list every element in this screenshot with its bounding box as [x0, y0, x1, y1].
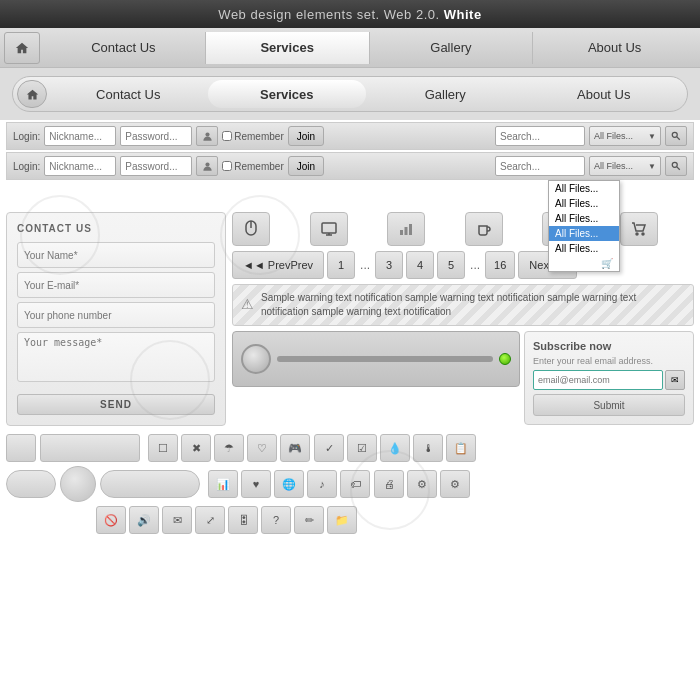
icon-chart[interactable]: [387, 212, 425, 246]
nav2-home-button[interactable]: [17, 80, 47, 108]
si-mail[interactable]: ✉: [162, 506, 192, 534]
nav1-services-item[interactable]: Services: [206, 32, 370, 64]
mail-icon-button[interactable]: ✉: [665, 370, 685, 390]
small-square-btn-1[interactable]: [6, 434, 36, 462]
page-4[interactable]: 4: [406, 251, 434, 279]
files-dropdown[interactable]: All Files... All Files... All Files... A…: [548, 180, 620, 272]
si-folder[interactable]: 📁: [327, 506, 357, 534]
si-bar-chart[interactable]: 📊: [208, 470, 238, 498]
phone-input[interactable]: [17, 302, 215, 328]
password-input-1[interactable]: [120, 126, 192, 146]
nav2-contact-item[interactable]: Contact Us: [49, 80, 208, 108]
nav1-about-item[interactable]: About Us: [533, 32, 696, 64]
pill-btn-1[interactable]: [6, 470, 56, 498]
si-sliders[interactable]: 🎛: [228, 506, 258, 534]
si-close[interactable]: ✖: [181, 434, 211, 462]
dropdown-arrow-1: ▼: [648, 132, 656, 141]
small-icon-grid-2: ✓ ☑ 💧 🌡 📋: [314, 434, 476, 462]
nav2-gallery-item[interactable]: Gallery: [366, 80, 525, 108]
remember-checkbox-2[interactable]: [222, 161, 232, 171]
si-drop[interactable]: 💧: [380, 434, 410, 462]
si-ban[interactable]: 🚫: [96, 506, 126, 534]
si-clipboard[interactable]: 📋: [446, 434, 476, 462]
play-button[interactable]: [241, 344, 271, 374]
remember-checkbox-1[interactable]: [222, 131, 232, 141]
message-input[interactable]: [17, 332, 215, 382]
dropdown-item-4[interactable]: All Files...: [549, 226, 619, 241]
svg-point-3: [205, 162, 209, 166]
svg-rect-13: [409, 224, 412, 235]
si-question[interactable]: ?: [261, 506, 291, 534]
send-button[interactable]: SEND: [17, 394, 215, 415]
pagination: ◄ ◄ PrevPrev 1 ... 3 4 5 ... 16 Next ►: [232, 251, 694, 279]
join-button-1[interactable]: Join: [288, 126, 324, 146]
icon-cart[interactable]: [620, 212, 658, 246]
si-pencil[interactable]: ✏: [294, 506, 324, 534]
icon-monitor[interactable]: [310, 212, 348, 246]
nav2-about-item[interactable]: About Us: [525, 80, 684, 108]
dropdown-item-1[interactable]: All Files...: [549, 181, 619, 196]
join-button-2[interactable]: Join: [288, 156, 324, 176]
wide-rect-btn[interactable]: [40, 434, 140, 462]
search-button-1[interactable]: [665, 126, 687, 146]
pill-btn-2[interactable]: [100, 470, 200, 498]
user-icon-1: [196, 126, 218, 146]
svg-rect-11: [400, 230, 403, 235]
si-heart-outline[interactable]: ♡: [247, 434, 277, 462]
nickname-input-2[interactable]: [44, 156, 116, 176]
nav2-services-item[interactable]: Services: [208, 80, 367, 108]
email-input[interactable]: [17, 272, 215, 298]
si-volume[interactable]: 🔊: [129, 506, 159, 534]
warning-icon: ⚠: [241, 295, 254, 315]
search-button-2[interactable]: [665, 156, 687, 176]
dropdown-cart-item[interactable]: 🛒: [549, 256, 619, 271]
player-slider[interactable]: [277, 356, 493, 362]
remember-row-2: Remember: [222, 161, 283, 172]
password-input-2[interactable]: [120, 156, 192, 176]
dropdown-item-2[interactable]: All Files...: [549, 196, 619, 211]
login-row-2: Login: Remember Join All Files... ▼: [6, 152, 694, 180]
si-tag[interactable]: 🏷: [340, 470, 370, 498]
icon-mouse[interactable]: [232, 212, 270, 246]
files-select-2[interactable]: All Files... ▼: [589, 156, 661, 176]
nav1-contact-item[interactable]: Contact Us: [42, 32, 206, 64]
si-gamepad[interactable]: 🎮: [280, 434, 310, 462]
remember-row-1: Remember: [222, 131, 283, 142]
nickname-input-1[interactable]: [44, 126, 116, 146]
bottom-section: ☐ ✖ ☂ ♡ 🎮 ✓ ☑ 💧 🌡 📋 📊 ♥ 🌐 ♪ 🏷: [0, 430, 700, 538]
search-input-2[interactable]: [495, 156, 585, 176]
page-3[interactable]: 3: [375, 251, 403, 279]
dropdown-item-5[interactable]: All Files...: [549, 241, 619, 256]
circle-btn[interactable]: [60, 466, 96, 502]
subscribe-subtitle: Enter your real email address.: [533, 356, 685, 366]
si-printer[interactable]: 🖨: [374, 470, 404, 498]
page-5[interactable]: 5: [437, 251, 465, 279]
si-gear-2[interactable]: ⚙: [440, 470, 470, 498]
si-music[interactable]: ♪: [307, 470, 337, 498]
icon-coffee[interactable]: [465, 212, 503, 246]
small-icon-grid-3: 📊 ♥ 🌐 ♪ 🏷: [208, 470, 370, 498]
si-thermometer[interactable]: 🌡: [413, 434, 443, 462]
nav1-home-button[interactable]: [4, 32, 40, 64]
si-checkbox[interactable]: ☐: [148, 434, 178, 462]
email-subscribe-input[interactable]: [533, 370, 663, 390]
si-check[interactable]: ✓: [314, 434, 344, 462]
si-expand[interactable]: ⤢: [195, 506, 225, 534]
si-heart[interactable]: ♥: [241, 470, 271, 498]
page-1[interactable]: 1: [327, 251, 355, 279]
nav1-gallery-item[interactable]: Gallery: [370, 32, 534, 64]
icon-grid-1: [232, 212, 694, 246]
si-umbrella[interactable]: ☂: [214, 434, 244, 462]
submit-button[interactable]: Submit: [533, 394, 685, 416]
si-gear-1[interactable]: ⚙: [407, 470, 437, 498]
search-input-1[interactable]: [495, 126, 585, 146]
prev-button[interactable]: ◄ ◄ PrevPrev: [232, 251, 324, 279]
files-select-1[interactable]: All Files... ▼: [589, 126, 661, 146]
si-globe[interactable]: 🌐: [274, 470, 304, 498]
name-input[interactable]: [17, 242, 215, 268]
button-row-2: 📊 ♥ 🌐 ♪ 🏷 🖨 ⚙ ⚙: [6, 466, 694, 502]
login-label-1: Login:: [13, 131, 40, 142]
dropdown-item-3[interactable]: All Files...: [549, 211, 619, 226]
page-16[interactable]: 16: [485, 251, 515, 279]
si-checked[interactable]: ☑: [347, 434, 377, 462]
